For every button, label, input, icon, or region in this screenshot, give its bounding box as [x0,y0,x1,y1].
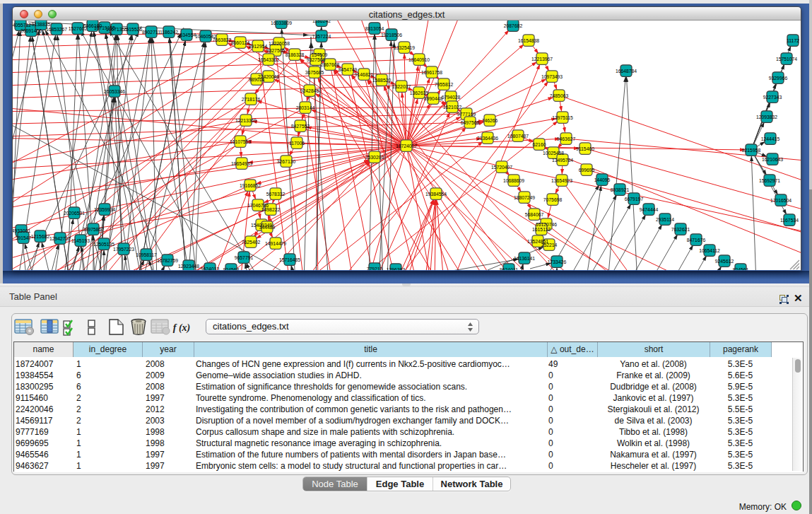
svg-text:1322037: 1322037 [392,84,411,89]
svg-text:16210643: 16210643 [762,157,783,162]
svg-text:7632621: 7632621 [671,227,690,232]
svg-text:26053346: 26053346 [104,89,125,94]
svg-text:7955812: 7955812 [435,82,454,87]
svg-text:7663822: 7663822 [213,37,232,42]
svg-text:2718176: 2718176 [242,97,261,102]
svg-text:344489: 344489 [259,225,276,230]
svg-text:12093832: 12093832 [756,115,777,119]
svg-text:9624013: 9624013 [201,267,220,271]
svg-text:18724007: 18724007 [396,144,417,148]
svg-text:15716485: 15716485 [279,257,300,262]
svg-text:15692971: 15692971 [759,178,780,183]
svg-text:9245612: 9245612 [715,259,734,264]
svg-text:117006: 117006 [289,141,305,146]
svg-text:2087682: 2087682 [504,23,523,28]
svg-text:20206531: 20206531 [64,211,85,216]
svg-text:16107553: 16107553 [230,139,251,144]
svg-text:9227343: 9227343 [763,95,782,100]
svg-text:13654923: 13654923 [551,178,572,183]
svg-text:391547: 391547 [16,235,32,240]
svg-text:9329966: 9329966 [769,76,788,81]
svg-text:2530203: 2530203 [365,155,384,160]
svg-text:1362635: 1362635 [410,90,429,95]
svg-text:9327508: 9327508 [307,57,326,62]
svg-text:8813054: 8813054 [365,26,384,31]
svg-text:16782759: 16782759 [157,258,178,263]
svg-text:8186328: 8186328 [286,52,305,57]
svg-text:9657791: 9657791 [235,255,254,260]
svg-text:15720407: 15720407 [491,165,512,170]
svg-text:779213: 779213 [367,267,383,271]
svg-text:8427552: 8427552 [291,124,310,129]
svg-text:1167534: 1167534 [780,218,799,223]
svg-text:7485063: 7485063 [550,93,569,98]
svg-text:12505135: 12505135 [93,242,114,247]
svg-text:16543362: 16543362 [258,57,279,62]
svg-text:5684067: 5684067 [525,212,544,217]
svg-text:14914479: 14914479 [265,241,286,246]
svg-text:8454749: 8454749 [339,67,358,72]
svg-text:252214: 252214 [541,243,558,247]
svg-text:8471676: 8471676 [687,238,706,243]
svg-text:13226058: 13226058 [269,41,290,46]
svg-text:746266: 746266 [482,118,498,123]
svg-text:11172: 11172 [787,38,799,43]
svg-text:1588520: 1588520 [372,78,392,83]
svg-text:9634554: 9634554 [177,33,196,37]
svg-text:10958117: 10958117 [136,252,157,257]
svg-text:16961758: 16961758 [421,70,442,75]
svg-text:10688609: 10688609 [503,178,524,183]
svg-text:9138835: 9138835 [32,22,51,27]
svg-text:13325419: 13325419 [394,45,415,50]
svg-text:699695: 699695 [579,168,595,173]
svg-text:2935114: 2935114 [656,217,674,222]
svg-text:924563: 924563 [223,267,240,271]
svg-text:154609: 154609 [312,52,328,57]
svg-text:12213369: 12213369 [235,118,257,123]
svg-text:18640910: 18640910 [408,57,430,62]
svg-text:14055712: 14055712 [13,23,31,28]
svg-text:4933001: 4933001 [13,228,30,233]
svg-text:62160: 62160 [533,142,546,147]
svg-text:12213967: 12213967 [531,57,553,62]
svg-text:9146821: 9146821 [355,72,374,77]
svg-text:1296363: 1296363 [387,267,406,271]
svg-text:9777169: 9777169 [457,112,476,117]
svg-text:9624011: 9624011 [500,267,518,271]
svg-text:16154838: 16154838 [518,38,539,43]
svg-text:9474444: 9474444 [640,207,659,212]
svg-text:1615112: 1615112 [532,227,551,232]
svg-text:7515526: 7515526 [124,27,143,32]
svg-text:3267130: 3267130 [277,159,296,164]
svg-text:17957223: 17957223 [113,247,134,252]
svg-text:1621022: 1621022 [443,105,462,110]
svg-text:20691406: 20691406 [20,28,42,33]
svg-text:19166852: 19166852 [240,183,261,188]
svg-text:10025458: 10025458 [543,151,564,156]
svg-text:1186242: 1186242 [312,21,331,23]
svg-text:8912954: 8912954 [249,44,268,49]
svg-text:1498222: 1498222 [261,207,281,212]
svg-text:1186242: 1186242 [160,30,178,35]
svg-text:8660124: 8660124 [231,40,250,45]
svg-text:1145193: 1145193 [71,238,90,243]
svg-text:144095: 144095 [594,177,611,182]
svg-text:14136141: 14136141 [514,256,535,261]
svg-text:3675685: 3675685 [305,70,324,75]
svg-text:6679197: 6679197 [625,197,644,201]
svg-text:33975867: 33975867 [83,227,104,232]
svg-text:2803144: 2803144 [296,105,315,110]
svg-text:824561: 824561 [733,267,749,271]
svg-text:1244415: 1244415 [761,136,780,141]
svg-text:1215682: 1215682 [31,234,50,239]
svg-text:989014: 989014 [249,77,265,82]
svg-text:7625402: 7625402 [242,240,261,245]
svg-text:19218506: 19218506 [381,33,402,37]
svg-text:16648784: 16648784 [616,69,637,74]
svg-text:2867608: 2867608 [321,62,340,67]
svg-text:12923448: 12923448 [178,264,199,269]
svg-text:21364436: 21364436 [477,136,498,141]
svg-text:8938921: 8938921 [611,187,630,192]
svg-text:6794028: 6794028 [442,95,461,100]
svg-text:8902711: 8902711 [142,30,160,35]
